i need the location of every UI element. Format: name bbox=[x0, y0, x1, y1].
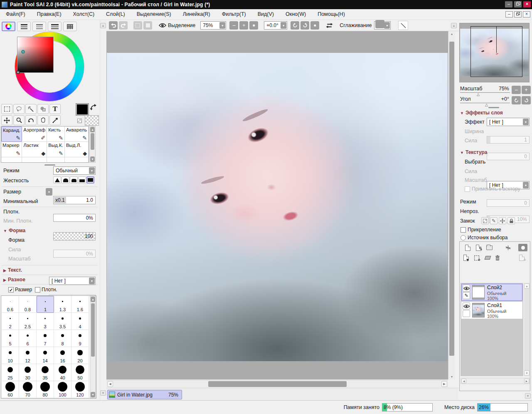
nav-zoom-in-button[interactable]: + bbox=[522, 86, 531, 94]
menu-item-Слой(L)[interactable]: Слой(L) bbox=[100, 9, 131, 20]
foreground-color-swatch[interactable] bbox=[76, 104, 89, 115]
layer-edit-indicator[interactable]: ✎ bbox=[463, 292, 470, 299]
lock-all-button[interactable] bbox=[507, 217, 515, 224]
rotate-cw-button[interactable] bbox=[300, 21, 309, 30]
angle-slider-marker[interactable]: △ bbox=[485, 103, 488, 107]
document-tab[interactable]: Girl in Water.jpg 75% bbox=[107, 390, 182, 399]
brush-Выд.К.[interactable]: Выд.К.✎ bbox=[47, 142, 65, 157]
new-from-selection-button[interactable]: + bbox=[472, 254, 481, 262]
document-list-dropdown[interactable]: ▼ bbox=[100, 390, 106, 396]
layers-scrollbar[interactable]: ▲ ▼ bbox=[524, 283, 530, 376]
zoom-slider-marker[interactable]: △ bbox=[477, 92, 480, 97]
tool-move[interactable] bbox=[1, 115, 12, 125]
deselect-button[interactable] bbox=[133, 21, 142, 30]
brush-cell-clipped[interactable] bbox=[47, 157, 65, 163]
brush-size-60[interactable]: 60 bbox=[2, 381, 19, 398]
delete-layer-button[interactable] bbox=[493, 254, 502, 262]
brush-size-6[interactable]: 6 bbox=[19, 330, 37, 347]
transparent-color-button[interactable] bbox=[77, 119, 82, 123]
menu-item-Холст(C)[interactable]: Холст(C) bbox=[67, 9, 101, 20]
brush-cell-clipped[interactable] bbox=[1, 157, 22, 163]
brush-size-20[interactable]: 20 bbox=[71, 347, 89, 364]
dropdown-arrow-icon[interactable]: ▼ bbox=[523, 119, 529, 125]
menu-item-Файл(F)[interactable]: Файл(F) bbox=[0, 9, 31, 20]
brush-size-1.6[interactable]: 1.6 bbox=[71, 296, 89, 313]
shape-select[interactable]: [ Нет ]▼ bbox=[49, 277, 96, 285]
menu-item-Правка(E)[interactable]: Правка(E) bbox=[31, 9, 67, 20]
canvas-artwork[interactable] bbox=[107, 53, 448, 361]
brush-Акварель[interactable]: Акварель✎ bbox=[65, 126, 89, 142]
sv-marker[interactable] bbox=[16, 70, 20, 74]
scroll-up-icon[interactable]: ▲ bbox=[524, 283, 530, 289]
scroll-down-icon[interactable]: ▼ bbox=[91, 392, 95, 397]
zoom-reset-button[interactable]: ■ bbox=[249, 21, 258, 30]
brush-Кисть[interactable]: Кисть✎ bbox=[47, 126, 65, 142]
merge-down-button[interactable]: ▼ bbox=[461, 254, 470, 262]
density-preview-checkbox[interactable]: Плотн. bbox=[35, 287, 57, 293]
tool-lasso[interactable] bbox=[13, 104, 25, 114]
brush-cell-clipped[interactable] bbox=[65, 157, 89, 163]
brush-Маркер[interactable]: Маркер✎ bbox=[1, 142, 22, 157]
brush-size-3.5[interactable]: 3.5 bbox=[54, 313, 71, 330]
new-folder-button[interactable] bbox=[485, 244, 494, 252]
collapse-left-panel-button[interactable]: ▲ bbox=[100, 23, 106, 28]
apply-to-vector-checkbox[interactable]: Применить к вектору bbox=[465, 186, 520, 192]
panel-splitter-handle[interactable] bbox=[44, 164, 55, 166]
brush-size-1.3[interactable]: 1.3 bbox=[54, 296, 71, 313]
hardness-1-button[interactable] bbox=[53, 176, 61, 183]
collapse-right-panel-button[interactable]: ▲ bbox=[451, 23, 457, 28]
scroll-down-icon[interactable]: ▼ bbox=[524, 370, 530, 376]
scrollbar-thumb[interactable] bbox=[91, 133, 94, 150]
brush-size-3[interactable]: 3 bbox=[37, 313, 54, 330]
layer-row-Слой1[interactable]: Слой1Обычный100% bbox=[461, 302, 522, 319]
brush-size-40[interactable]: 40 bbox=[54, 364, 71, 381]
brush-size-0.6[interactable]: 0.6 bbox=[2, 296, 19, 313]
brush-size-50[interactable]: 50 bbox=[71, 364, 89, 381]
document-restore-button[interactable] bbox=[514, 11, 522, 17]
brush-mode-select[interactable]: Обычный▼ bbox=[53, 166, 96, 175]
brush-size-1[interactable]: 1 bbox=[37, 296, 54, 313]
dropdown-arrow-icon[interactable]: ▼ bbox=[281, 22, 286, 29]
tool-zoom[interactable] bbox=[13, 115, 25, 125]
scroll-down-icon[interactable]: ▼ bbox=[448, 375, 455, 378]
scroll-up-icon[interactable]: ▲ bbox=[91, 297, 95, 302]
scroll-left-icon[interactable]: ◀ bbox=[107, 381, 113, 387]
scroll-left-icon[interactable]: ◀ bbox=[461, 379, 466, 383]
selection-source-radio[interactable]: Источник выбора bbox=[461, 235, 507, 240]
tool-text[interactable]: T bbox=[49, 104, 61, 114]
document-close-button[interactable]: × bbox=[523, 11, 530, 17]
texture-header[interactable]: ▼Текстура bbox=[460, 149, 488, 155]
angle-select[interactable]: +0.0°▼ bbox=[264, 21, 287, 30]
left-panel-splitter[interactable] bbox=[100, 20, 106, 400]
brush-size-35[interactable]: 35 bbox=[37, 364, 54, 381]
hardness-3-button[interactable] bbox=[70, 176, 78, 183]
brush-cell-clipped[interactable] bbox=[22, 157, 47, 163]
brush-size-16[interactable]: 16 bbox=[54, 347, 71, 364]
brush-size-10[interactable]: 10 bbox=[2, 347, 19, 364]
hardness-4-button[interactable] bbox=[78, 176, 86, 183]
background-color-swatch[interactable] bbox=[85, 115, 99, 126]
redo-button[interactable] bbox=[119, 21, 128, 30]
lock-move-button[interactable] bbox=[499, 217, 506, 224]
menu-item-Линейка(R)[interactable]: Линейка(R) bbox=[177, 9, 216, 20]
swap-colors-button[interactable] bbox=[90, 104, 97, 111]
tool-eyedropper[interactable] bbox=[49, 115, 61, 125]
new-vector-layer-button[interactable]: ✎ bbox=[474, 244, 483, 252]
menu-item-Помощь(H)[interactable]: Помощь(H) bbox=[312, 9, 351, 20]
rotate-ccw-button[interactable] bbox=[291, 21, 299, 30]
misc-section-header[interactable]: ▶Разное bbox=[3, 277, 25, 283]
layer-thumbnail[interactable] bbox=[472, 285, 485, 300]
flip-horizontal-button[interactable] bbox=[326, 23, 333, 28]
size-preview-checkbox[interactable]: ✓Размер bbox=[8, 287, 32, 293]
crop-selection-button[interactable] bbox=[143, 21, 152, 30]
scrollbar-thumb[interactable] bbox=[91, 303, 95, 357]
window-close-button[interactable]: × bbox=[523, 1, 531, 7]
zoom-select[interactable]: 75%▼ bbox=[200, 21, 226, 30]
brush-grid-scrollbar[interactable]: ▲ ▼ bbox=[89, 126, 96, 163]
panel-splitter-handle[interactable] bbox=[488, 107, 499, 108]
dropdown-arrow-icon[interactable]: ▼ bbox=[384, 22, 390, 29]
layer-effects-header[interactable]: ▼Эффекты слоя bbox=[460, 110, 503, 116]
layer-visibility-toggle[interactable] bbox=[463, 302, 470, 310]
scroll-up-icon[interactable]: ▲ bbox=[448, 32, 455, 35]
layer-visibility-toggle[interactable] bbox=[463, 285, 470, 292]
